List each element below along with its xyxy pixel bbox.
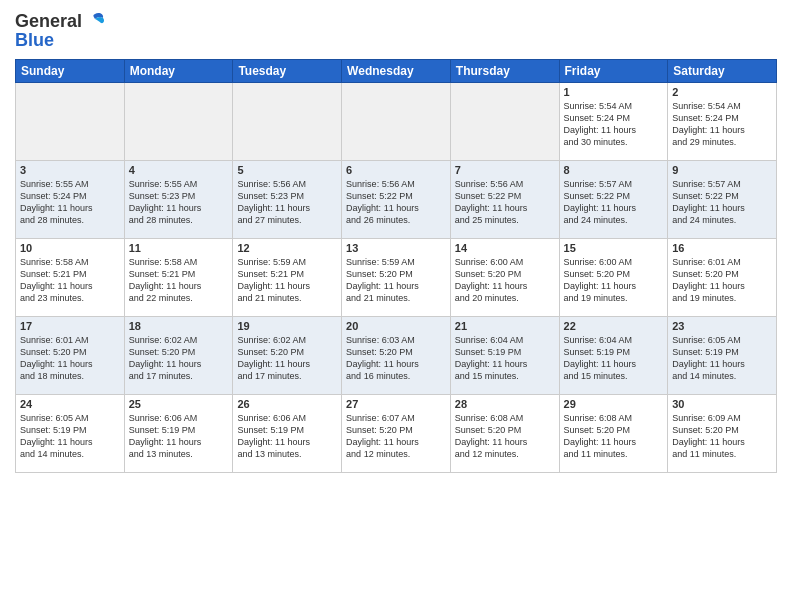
day-info: Sunrise: 6:08 AM Sunset: 5:20 PM Dayligh…	[564, 412, 664, 461]
calendar-cell: 26Sunrise: 6:06 AM Sunset: 5:19 PM Dayli…	[233, 395, 342, 473]
day-info: Sunrise: 5:56 AM Sunset: 5:22 PM Dayligh…	[346, 178, 446, 227]
day-number: 13	[346, 242, 446, 254]
day-number: 14	[455, 242, 555, 254]
day-number: 21	[455, 320, 555, 332]
logo-bird-icon	[84, 10, 106, 32]
week-row-1: 1Sunrise: 5:54 AM Sunset: 5:24 PM Daylig…	[16, 83, 777, 161]
day-number: 11	[129, 242, 229, 254]
day-number: 1	[564, 86, 664, 98]
weekday-header-row: SundayMondayTuesdayWednesdayThursdayFrid…	[16, 60, 777, 83]
calendar-cell: 10Sunrise: 5:58 AM Sunset: 5:21 PM Dayli…	[16, 239, 125, 317]
week-row-3: 10Sunrise: 5:58 AM Sunset: 5:21 PM Dayli…	[16, 239, 777, 317]
day-number: 4	[129, 164, 229, 176]
calendar-cell: 22Sunrise: 6:04 AM Sunset: 5:19 PM Dayli…	[559, 317, 668, 395]
weekday-header-monday: Monday	[124, 60, 233, 83]
day-info: Sunrise: 6:04 AM Sunset: 5:19 PM Dayligh…	[564, 334, 664, 383]
calendar-cell	[124, 83, 233, 161]
calendar-cell: 4Sunrise: 5:55 AM Sunset: 5:23 PM Daylig…	[124, 161, 233, 239]
calendar-cell: 1Sunrise: 5:54 AM Sunset: 5:24 PM Daylig…	[559, 83, 668, 161]
calendar-cell: 8Sunrise: 5:57 AM Sunset: 5:22 PM Daylig…	[559, 161, 668, 239]
weekday-header-friday: Friday	[559, 60, 668, 83]
logo-blue-text: Blue	[15, 30, 54, 51]
calendar-cell: 24Sunrise: 6:05 AM Sunset: 5:19 PM Dayli…	[16, 395, 125, 473]
day-info: Sunrise: 5:59 AM Sunset: 5:20 PM Dayligh…	[346, 256, 446, 305]
day-number: 27	[346, 398, 446, 410]
day-info: Sunrise: 5:55 AM Sunset: 5:24 PM Dayligh…	[20, 178, 120, 227]
weekday-header-thursday: Thursday	[450, 60, 559, 83]
day-info: Sunrise: 6:00 AM Sunset: 5:20 PM Dayligh…	[564, 256, 664, 305]
day-info: Sunrise: 5:58 AM Sunset: 5:21 PM Dayligh…	[129, 256, 229, 305]
day-number: 26	[237, 398, 337, 410]
calendar-cell	[450, 83, 559, 161]
day-number: 20	[346, 320, 446, 332]
page-header: General Blue	[15, 10, 777, 51]
calendar-cell: 14Sunrise: 6:00 AM Sunset: 5:20 PM Dayli…	[450, 239, 559, 317]
calendar-cell: 13Sunrise: 5:59 AM Sunset: 5:20 PM Dayli…	[342, 239, 451, 317]
day-info: Sunrise: 6:01 AM Sunset: 5:20 PM Dayligh…	[672, 256, 772, 305]
day-info: Sunrise: 5:56 AM Sunset: 5:22 PM Dayligh…	[455, 178, 555, 227]
calendar-cell: 2Sunrise: 5:54 AM Sunset: 5:24 PM Daylig…	[668, 83, 777, 161]
calendar-cell: 17Sunrise: 6:01 AM Sunset: 5:20 PM Dayli…	[16, 317, 125, 395]
week-row-2: 3Sunrise: 5:55 AM Sunset: 5:24 PM Daylig…	[16, 161, 777, 239]
day-number: 5	[237, 164, 337, 176]
day-number: 15	[564, 242, 664, 254]
calendar-cell	[342, 83, 451, 161]
day-number: 7	[455, 164, 555, 176]
day-number: 23	[672, 320, 772, 332]
day-info: Sunrise: 5:54 AM Sunset: 5:24 PM Dayligh…	[564, 100, 664, 149]
calendar-cell: 19Sunrise: 6:02 AM Sunset: 5:20 PM Dayli…	[233, 317, 342, 395]
calendar-cell: 21Sunrise: 6:04 AM Sunset: 5:19 PM Dayli…	[450, 317, 559, 395]
day-info: Sunrise: 6:02 AM Sunset: 5:20 PM Dayligh…	[237, 334, 337, 383]
calendar-cell: 7Sunrise: 5:56 AM Sunset: 5:22 PM Daylig…	[450, 161, 559, 239]
day-number: 12	[237, 242, 337, 254]
week-row-5: 24Sunrise: 6:05 AM Sunset: 5:19 PM Dayli…	[16, 395, 777, 473]
calendar-cell: 9Sunrise: 5:57 AM Sunset: 5:22 PM Daylig…	[668, 161, 777, 239]
day-info: Sunrise: 6:09 AM Sunset: 5:20 PM Dayligh…	[672, 412, 772, 461]
calendar-cell: 20Sunrise: 6:03 AM Sunset: 5:20 PM Dayli…	[342, 317, 451, 395]
day-number: 24	[20, 398, 120, 410]
day-info: Sunrise: 5:56 AM Sunset: 5:23 PM Dayligh…	[237, 178, 337, 227]
day-number: 19	[237, 320, 337, 332]
day-info: Sunrise: 6:05 AM Sunset: 5:19 PM Dayligh…	[672, 334, 772, 383]
day-info: Sunrise: 5:57 AM Sunset: 5:22 PM Dayligh…	[564, 178, 664, 227]
day-number: 22	[564, 320, 664, 332]
day-number: 18	[129, 320, 229, 332]
calendar-cell: 16Sunrise: 6:01 AM Sunset: 5:20 PM Dayli…	[668, 239, 777, 317]
day-number: 10	[20, 242, 120, 254]
day-info: Sunrise: 5:59 AM Sunset: 5:21 PM Dayligh…	[237, 256, 337, 305]
calendar-cell: 6Sunrise: 5:56 AM Sunset: 5:22 PM Daylig…	[342, 161, 451, 239]
day-info: Sunrise: 5:58 AM Sunset: 5:21 PM Dayligh…	[20, 256, 120, 305]
day-info: Sunrise: 6:02 AM Sunset: 5:20 PM Dayligh…	[129, 334, 229, 383]
weekday-header-tuesday: Tuesday	[233, 60, 342, 83]
calendar-cell: 12Sunrise: 5:59 AM Sunset: 5:21 PM Dayli…	[233, 239, 342, 317]
calendar-cell: 18Sunrise: 6:02 AM Sunset: 5:20 PM Dayli…	[124, 317, 233, 395]
day-number: 6	[346, 164, 446, 176]
day-number: 30	[672, 398, 772, 410]
day-number: 3	[20, 164, 120, 176]
logo-general-text: General	[15, 11, 82, 32]
calendar-cell: 23Sunrise: 6:05 AM Sunset: 5:19 PM Dayli…	[668, 317, 777, 395]
day-number: 8	[564, 164, 664, 176]
calendar-cell: 25Sunrise: 6:06 AM Sunset: 5:19 PM Dayli…	[124, 395, 233, 473]
weekday-header-saturday: Saturday	[668, 60, 777, 83]
day-number: 17	[20, 320, 120, 332]
day-info: Sunrise: 6:01 AM Sunset: 5:20 PM Dayligh…	[20, 334, 120, 383]
day-info: Sunrise: 5:54 AM Sunset: 5:24 PM Dayligh…	[672, 100, 772, 149]
day-number: 29	[564, 398, 664, 410]
logo: General Blue	[15, 10, 106, 51]
day-info: Sunrise: 6:06 AM Sunset: 5:19 PM Dayligh…	[237, 412, 337, 461]
week-row-4: 17Sunrise: 6:01 AM Sunset: 5:20 PM Dayli…	[16, 317, 777, 395]
day-info: Sunrise: 5:57 AM Sunset: 5:22 PM Dayligh…	[672, 178, 772, 227]
day-info: Sunrise: 6:07 AM Sunset: 5:20 PM Dayligh…	[346, 412, 446, 461]
calendar-cell	[233, 83, 342, 161]
calendar-cell: 29Sunrise: 6:08 AM Sunset: 5:20 PM Dayli…	[559, 395, 668, 473]
weekday-header-sunday: Sunday	[16, 60, 125, 83]
day-number: 2	[672, 86, 772, 98]
day-info: Sunrise: 5:55 AM Sunset: 5:23 PM Dayligh…	[129, 178, 229, 227]
calendar-cell: 11Sunrise: 5:58 AM Sunset: 5:21 PM Dayli…	[124, 239, 233, 317]
day-info: Sunrise: 6:08 AM Sunset: 5:20 PM Dayligh…	[455, 412, 555, 461]
day-info: Sunrise: 6:03 AM Sunset: 5:20 PM Dayligh…	[346, 334, 446, 383]
day-info: Sunrise: 6:06 AM Sunset: 5:19 PM Dayligh…	[129, 412, 229, 461]
day-info: Sunrise: 6:00 AM Sunset: 5:20 PM Dayligh…	[455, 256, 555, 305]
day-info: Sunrise: 6:05 AM Sunset: 5:19 PM Dayligh…	[20, 412, 120, 461]
